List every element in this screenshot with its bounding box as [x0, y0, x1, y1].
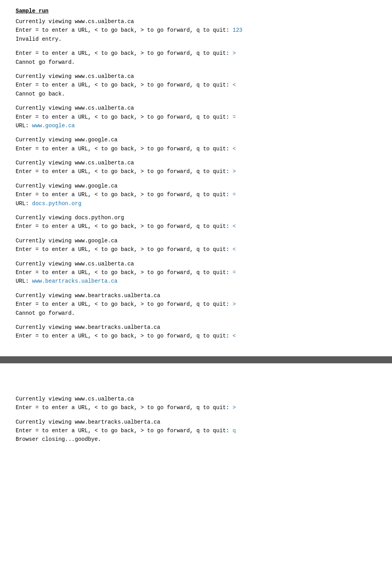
line-3: Enter = to enter a URL, < to go back, > … — [16, 49, 376, 58]
divider-bar — [0, 356, 392, 363]
line-7: Enter = to enter a URL, < to go back, > … — [16, 113, 376, 121]
line-11: Enter = to enter a URL, < to go back, > … — [16, 167, 376, 176]
url-google: www.google.ca — [32, 123, 75, 129]
line-cannot-forward-2: Cannot go forward. — [16, 309, 376, 318]
input-lt-5: < — [233, 333, 236, 339]
line-10: Currently viewing www.cs.ualberta.ca — [16, 159, 376, 167]
line-url-2: URL: docs.python.org — [16, 199, 376, 208]
input-lt-4: < — [233, 246, 236, 253]
bottom-section: Currently viewing www.cs.ualberta.ca Ent… — [0, 363, 392, 460]
line-23: Enter = to enter a URL, < to go back, > … — [16, 332, 376, 340]
input-eq-2: = — [233, 191, 236, 198]
line-16: Currently viewing www.google.ca — [16, 236, 376, 245]
bottom-line-2: Enter = to enter a URL, < to go back, > … — [16, 403, 376, 412]
line-1: Currently viewing www.cs.ualberta.ca — [16, 17, 376, 26]
line-20: Currently viewing www.beartracks.ualbert… — [16, 291, 376, 300]
input-lt-2: < — [233, 146, 236, 152]
line-6: Currently viewing www.cs.ualberta.ca — [16, 104, 376, 112]
line-9: Enter = to enter a URL, < to go back, > … — [16, 144, 376, 153]
line-url-3: URL: www.beartracks.ualberta.ca — [16, 277, 376, 285]
input-eq-3: = — [233, 269, 236, 276]
bottom-input-q: q — [233, 428, 236, 434]
input-lt-1: < — [233, 82, 236, 88]
url-python: docs.python.org — [32, 200, 81, 207]
line-url-1: URL: www.google.ca — [16, 121, 376, 130]
line-5: Enter = to enter a URL, < to go back, > … — [16, 81, 376, 89]
line-2: Enter = to enter a URL, < to go back, > … — [16, 26, 376, 34]
line-invalid: Invalid entry. — [16, 35, 376, 43]
input-gt: > — [233, 50, 236, 56]
line-14: Currently viewing docs.python.org — [16, 213, 376, 222]
input-123: 123 — [233, 27, 243, 33]
line-22: Currently viewing www.beartracks.ualbert… — [16, 323, 376, 332]
bottom-line-5: Browser closing...goodbye. — [16, 435, 376, 444]
input-eq-1: = — [233, 114, 236, 120]
line-4: Currently viewing www.cs.ualberta.ca — [16, 72, 376, 81]
sample-run-title: Sample run — [16, 8, 376, 14]
bottom-line-3: Currently viewing www.beartracks.ualbert… — [16, 418, 376, 426]
top-section: Sample run Currently viewing www.cs.ualb… — [0, 0, 392, 356]
line-13: Enter = to enter a URL, < to go back, > … — [16, 190, 376, 199]
line-15: Enter = to enter a URL, < to go back, > … — [16, 222, 376, 231]
line-8: Currently viewing www.google.ca — [16, 135, 376, 144]
bottom-line-1: Currently viewing www.cs.ualberta.ca — [16, 395, 376, 403]
line-cannot-back-1: Cannot go back. — [16, 90, 376, 98]
bottom-input-gt: > — [233, 404, 236, 411]
line-17: Enter = to enter a URL, < to go back, > … — [16, 245, 376, 254]
line-19: Enter = to enter a URL, < to go back, > … — [16, 268, 376, 277]
line-18: Currently viewing www.cs.ualberta.ca — [16, 260, 376, 268]
bottom-line-4: Enter = to enter a URL, < to go back, > … — [16, 426, 376, 435]
url-beartracks: www.beartracks.ualberta.ca — [32, 278, 117, 284]
line-21: Enter = to enter a URL, < to go back, > … — [16, 300, 376, 309]
line-12: Currently viewing www.google.ca — [16, 182, 376, 190]
input-gt-2: > — [233, 168, 236, 175]
input-gt-3: > — [233, 301, 236, 307]
input-lt-3: < — [233, 223, 236, 229]
line-cannot-forward-1: Cannot go forward. — [16, 58, 376, 67]
